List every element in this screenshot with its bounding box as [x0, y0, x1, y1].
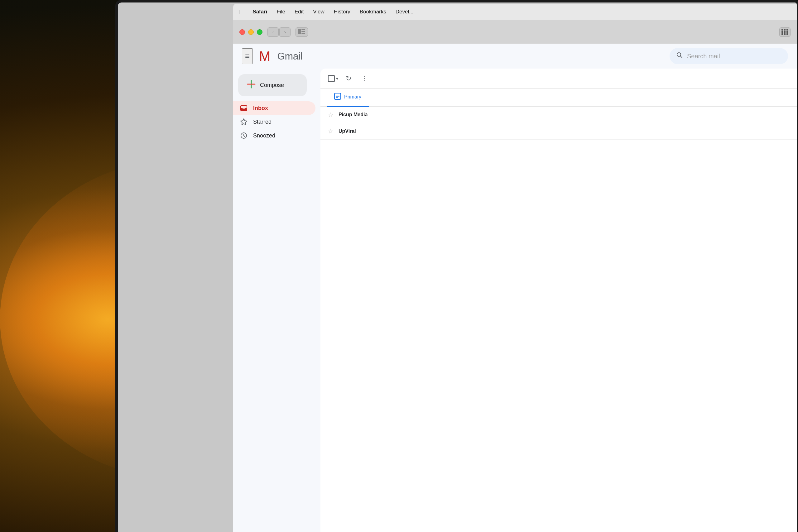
navigation-buttons: ‹ ›: [267, 27, 290, 37]
svg-rect-0: [298, 29, 301, 34]
gmail-logo: M Gmail: [259, 50, 302, 62]
starred-label: Starred: [253, 119, 271, 125]
tab-primary[interactable]: Primary: [327, 88, 369, 107]
hamburger-menu-button[interactable]: ≡: [242, 48, 253, 64]
svg-line-16: [244, 136, 245, 136]
svg-text:M: M: [259, 50, 270, 62]
sidebar-item-inbox[interactable]: Inbox: [233, 101, 316, 115]
table-row[interactable]: ☆ UpViral: [320, 123, 797, 140]
snoozed-label: Snoozed: [253, 132, 275, 139]
menubar-file[interactable]: File: [277, 9, 285, 15]
star-icon: [240, 118, 248, 126]
search-icon: [676, 52, 683, 61]
tab-overview-button[interactable]: [779, 27, 791, 37]
clock-icon: [240, 132, 248, 139]
select-dropdown-chevron[interactable]: ▾: [336, 76, 338, 81]
browser-toolbar: ‹ ›: [233, 20, 797, 44]
svg-marker-13: [241, 119, 247, 125]
grid-icon: [781, 29, 788, 35]
menubar:  Safari File Edit View History Bookmark…: [233, 4, 797, 20]
window-controls: [240, 29, 263, 35]
menubar-edit[interactable]: Edit: [294, 9, 304, 15]
refresh-button[interactable]: ↻: [343, 73, 354, 84]
email-sender: UpViral: [339, 128, 388, 134]
more-options-button[interactable]: ⋮: [359, 73, 370, 84]
menubar-view[interactable]: View: [313, 9, 324, 15]
gmail-sidebar: Compose Inbox: [233, 69, 320, 532]
forward-icon: ›: [284, 30, 286, 35]
inbox-label: Inbox: [253, 105, 268, 112]
sidebar-icon: [298, 29, 305, 36]
email-sender: Picup Media: [339, 112, 388, 117]
svg-rect-12: [243, 109, 245, 109]
gmail-wordmark: Gmail: [277, 51, 302, 62]
gmail-m-icon: M: [259, 50, 275, 62]
primary-tab-label: Primary: [344, 94, 361, 100]
sidebar-item-starred[interactable]: Starred: [233, 115, 316, 129]
back-button[interactable]: ‹: [267, 27, 279, 37]
star-icon[interactable]: ☆: [328, 128, 334, 135]
close-window-button[interactable]: [240, 29, 245, 35]
menubar-safari[interactable]: Safari: [252, 9, 267, 15]
inbox-icon: [240, 104, 248, 112]
back-icon: ‹: [272, 30, 274, 35]
svg-rect-1: [301, 29, 305, 30]
svg-rect-3: [301, 33, 305, 34]
menubar-bookmarks[interactable]: Bookmarks: [360, 9, 386, 15]
search-placeholder-text: Search mail: [687, 53, 720, 60]
select-all-checkbox[interactable]: [328, 75, 335, 82]
email-content-area: ▾ ↻ ⋮: [320, 69, 797, 532]
primary-tab-icon: [334, 93, 341, 101]
forward-button[interactable]: ›: [279, 27, 290, 37]
browser-content: ≡ M Gmail: [233, 44, 797, 532]
search-bar[interactable]: Search mail: [669, 48, 788, 64]
star-icon[interactable]: ☆: [328, 111, 334, 118]
email-list: ☆ Picup Media ☆ UpViral: [320, 107, 797, 140]
fullscreen-window-button[interactable]: [257, 29, 263, 35]
compose-button[interactable]: Compose: [238, 74, 307, 96]
sidebar-item-snoozed[interactable]: Snoozed: [233, 129, 316, 142]
inbox-tabs: Primary: [320, 89, 797, 107]
laptop-frame:  Safari File Edit View History Bookmark…: [115, 0, 798, 532]
compose-label: Compose: [260, 82, 284, 89]
table-row[interactable]: ☆ Picup Media: [320, 107, 797, 123]
svg-line-7: [681, 56, 682, 58]
menubar-develop[interactable]: Devel...: [396, 9, 414, 15]
gmail-header: ≡ M Gmail: [233, 44, 797, 69]
compose-plus-icon: [247, 80, 255, 91]
sidebar-toggle-button[interactable]: [296, 27, 308, 37]
menubar-history[interactable]: History: [334, 9, 350, 15]
minimize-window-button[interactable]: [248, 29, 254, 35]
apple-menu[interactable]: : [240, 8, 242, 16]
select-all-checkbox-area[interactable]: ▾: [328, 75, 338, 82]
gmail-main: Compose Inbox: [233, 69, 797, 532]
svg-rect-2: [301, 31, 305, 32]
email-toolbar: ▾ ↻ ⋮: [320, 69, 797, 89]
